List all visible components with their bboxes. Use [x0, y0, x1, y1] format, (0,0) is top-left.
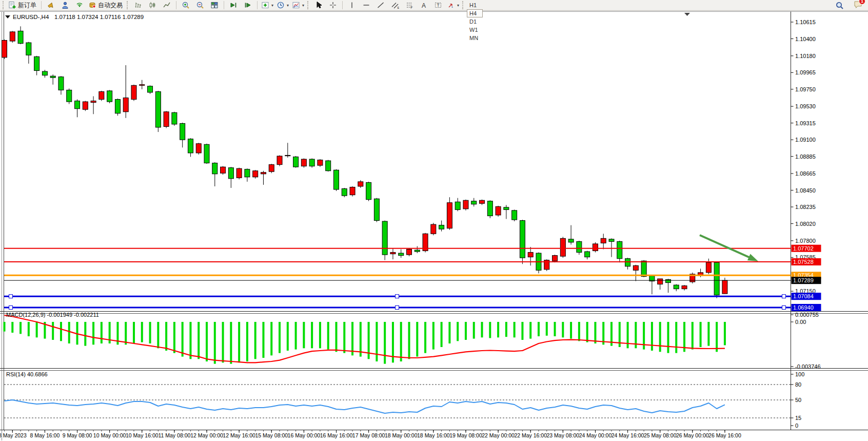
line-chart-button[interactable] — [160, 0, 174, 11]
macd-histogram-bar — [28, 322, 30, 336]
toolbar-drag-handle[interactable] — [3, 1, 5, 9]
macd-histogram-bar — [529, 322, 531, 339]
macd-histogram-bar — [424, 322, 426, 353]
auto-scroll-button[interactable] — [226, 0, 241, 11]
zoom-in-button[interactable] — [179, 0, 193, 11]
line-selection-handle[interactable] — [396, 305, 399, 309]
new-order-button[interactable]: 新订单 — [7, 0, 39, 11]
candle-body — [221, 167, 226, 173]
candle-body — [34, 56, 40, 70]
macd-histogram-bar — [667, 322, 669, 353]
candle-body — [253, 171, 258, 177]
candle-body — [350, 187, 355, 195]
bar-chart-button[interactable] — [131, 0, 145, 11]
arrows-button[interactable]: ▾ — [445, 0, 461, 11]
time-axis-label: 12 May 16:00 — [223, 432, 255, 438]
toolbar-drag-handle[interactable] — [307, 1, 310, 9]
signals-button[interactable] — [72, 0, 87, 11]
fibonacci-icon: F — [405, 1, 413, 9]
line-selection-handle[interactable] — [782, 305, 786, 309]
price-axis-label: 1.08885 — [795, 154, 816, 160]
cursor-button[interactable] — [311, 0, 326, 11]
macd-histogram-bar — [457, 322, 459, 341]
line-selection-handle[interactable] — [396, 295, 399, 298]
line-chart-icon — [163, 1, 171, 9]
macd-histogram-bar — [68, 322, 70, 343]
line-selection-handle[interactable] — [782, 295, 786, 298]
candle-body — [504, 207, 509, 210]
indicators-button[interactable]: ▾ — [260, 0, 275, 11]
fibonacci-button[interactable]: F — [402, 0, 417, 11]
equidistant-channel-button[interactable]: E — [388, 0, 402, 11]
time-axis-label: 19 May 08:00 — [449, 432, 482, 438]
candle-body — [455, 202, 460, 209]
crosshair-button[interactable] — [326, 0, 340, 11]
candle-body — [155, 91, 161, 127]
candlestick-chart-icon — [148, 1, 156, 9]
candle-body — [228, 168, 233, 179]
toolbar-drag-handle[interactable] — [462, 1, 465, 9]
zoom-out-button[interactable] — [193, 0, 207, 11]
symbol-dropdown-icon[interactable] — [5, 15, 10, 18]
trend-arrow-line[interactable] — [700, 235, 751, 258]
price-axis-label: 1.10400 — [795, 36, 816, 42]
macd-histogram-bar — [481, 322, 483, 337]
timeframe-button-D1[interactable]: D1 — [467, 17, 483, 26]
macd-histogram-bar — [594, 322, 596, 343]
horizontal-line-button[interactable] — [359, 0, 373, 11]
price-axis-label: 1.08665 — [795, 170, 816, 177]
macd-histogram-bar — [238, 322, 240, 362]
search-button[interactable] — [832, 0, 846, 11]
megaphone-button[interactable] — [44, 0, 58, 11]
timeframe-button-MN[interactable]: MN — [467, 34, 483, 42]
chart-shift-button[interactable] — [241, 0, 255, 11]
timeframe-button-H4[interactable]: H4 — [467, 9, 483, 17]
crosshair-icon — [329, 1, 337, 9]
chart-shift-marker[interactable] — [684, 13, 690, 16]
time-axis-label: 23 May 08:00 — [547, 432, 580, 438]
line-selection-handle[interactable] — [9, 295, 13, 298]
periods-icon — [277, 1, 285, 9]
macd-axis-label: -0.003746 — [795, 363, 821, 370]
candle-body — [301, 159, 306, 166]
text-button[interactable]: A — [417, 0, 431, 11]
macd-histogram-bar — [578, 322, 580, 341]
timeframe-button-H1[interactable]: H1 — [467, 1, 483, 9]
candle-body — [585, 252, 590, 257]
timeframe-toolbar: M1M5M15M30H1H4D1W1MN — [466, 0, 483, 42]
community-button[interactable] — [58, 0, 72, 11]
vertical-line-button[interactable] — [345, 0, 359, 11]
macd-histogram-bar — [165, 322, 167, 351]
price-axis-label: 1.09750 — [795, 86, 816, 92]
macd-histogram-bar — [198, 322, 200, 359]
trend-arrow-head[interactable] — [747, 254, 758, 261]
line-selection-handle[interactable] — [9, 305, 13, 309]
templates-button[interactable]: ▾ — [290, 0, 306, 11]
candlestick-chart-button[interactable] — [145, 0, 160, 11]
candle-body — [342, 189, 347, 196]
candle-body — [188, 139, 193, 153]
candle-body — [487, 201, 492, 216]
toolbar-drag-handle[interactable] — [127, 1, 129, 9]
time-axis-label: 26 May 00:00 — [676, 432, 709, 438]
candle-body — [99, 91, 104, 99]
macd-histogram-bar — [586, 322, 588, 342]
macd-histogram-bar — [651, 322, 653, 351]
candle-body — [293, 157, 299, 167]
chart-area[interactable]: 1.106151.104001.101801.099651.097501.095… — [0, 0, 868, 441]
timeframe-button-W1[interactable]: W1 — [467, 26, 483, 34]
chat-badge: 1 — [859, 0, 865, 5]
trendline-button[interactable] — [373, 0, 388, 11]
candle-body — [277, 156, 282, 165]
macd-histogram-bar — [206, 322, 208, 361]
tile-windows-button[interactable] — [207, 0, 222, 11]
macd-label: MACD(12,26,9) -0.001949 -0.002211 — [6, 312, 99, 318]
periods-button[interactable]: ▾ — [275, 0, 290, 11]
candle-body — [415, 250, 420, 252]
chat-button[interactable]: 1 — [854, 0, 863, 11]
macd-histogram-bar — [473, 322, 475, 339]
price-axis-label: 1.10180 — [795, 53, 816, 59]
autotrading-button[interactable]: 自动交易 — [87, 0, 125, 11]
text-label-button[interactable]: T — [431, 0, 445, 11]
trendline-icon — [377, 1, 385, 9]
